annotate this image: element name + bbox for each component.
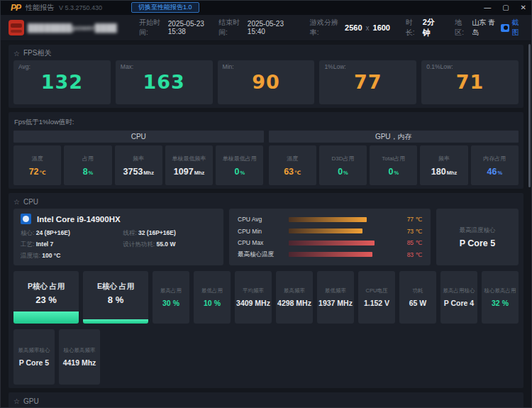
cpu-temp-row-hottest-core: 最高核心温度 83 ℃	[238, 250, 422, 259]
fps-section-title: FPS相关	[23, 48, 51, 58]
app-title: 性能报告	[26, 3, 54, 13]
start-time-label: 开始时间:	[139, 18, 165, 38]
hottest-core-value: P Core 5	[460, 238, 496, 248]
cpu-spec-process: 工艺: Intel 7	[21, 241, 118, 249]
stat-max-freq-core: 最高频率核心P Core 5	[13, 329, 55, 385]
cell-label: 频率	[438, 155, 450, 162]
ecore-usage-gauge: E核心 占用 8 %	[83, 271, 148, 324]
cell-value: 180Mhz	[431, 167, 457, 177]
fps-section-header: ☆ FPS相关	[13, 48, 519, 58]
game-logo	[9, 20, 24, 35]
cpu-spec-cores: 核心: 24 (8P+16E)	[21, 229, 118, 238]
stat-avg-freq: 平均频率3409 MHz	[235, 271, 272, 324]
stat-max-usage: 最高占用30 %	[153, 271, 189, 324]
cell-label: 温度	[32, 155, 43, 162]
gpu-low-cell-d3d: D3D占用 0%	[319, 145, 367, 185]
close-icon[interactable]: ✕	[521, 4, 526, 11]
cell-value: 46%	[487, 167, 503, 177]
cpu-stats-row2: 最高频率核心P Core 5 核心最高频率4419 Mhz	[13, 329, 519, 385]
fps-card-label: Avg:	[18, 63, 106, 70]
pcore-usage-gauge: P核心 占用 23 %	[13, 271, 79, 324]
cpu-section-header: ☆ CPU	[13, 197, 519, 206]
titlebar: PP 性能报告 V 5.3.2750.430 切换至性能报告1.0 — ▢ ✕	[0, 0, 532, 15]
cell-value: 0%	[235, 167, 245, 177]
maximize-icon[interactable]: ▢	[502, 4, 509, 11]
fps-card-value: 163	[121, 71, 208, 93]
cell-label: 温度	[287, 155, 298, 162]
resolution-width: 2560	[345, 23, 362, 32]
hottest-core-label: 最高温度核心	[460, 226, 496, 235]
fps-card-avg: Avg: 132	[13, 60, 111, 104]
cpu-low-cell-min-core-freq: 单核最低频率 1097Mhz	[165, 145, 213, 185]
cpu-spec-threads: 线程: 32 (16P+16E)	[123, 229, 216, 238]
cell-value: 0%	[338, 167, 348, 177]
cell-label: 占用	[82, 155, 94, 162]
resolution-x: x	[366, 24, 370, 32]
end-time-value: 2025-05-23 15:40	[248, 20, 294, 35]
cpu-low-cell-temp: 温度 72℃	[13, 145, 61, 185]
gpu-low-table: GPU，内存 温度 63℃ D3D占用 0% Total占用 0%	[269, 131, 519, 185]
cell-value: 0%	[388, 167, 399, 177]
fps-card-label: Min:	[223, 63, 310, 70]
cpu-stats-row: P核心 占用 23 % E核心 占用 8 % 最高占用30 % 最低占用10 %…	[13, 271, 519, 324]
cell-value: 1097Mhz	[174, 167, 204, 177]
cpu-spec-tjmax: 温度墙: 100 °C	[21, 252, 118, 260]
stat-min-usage: 最低占用10 %	[194, 271, 231, 324]
cell-value: 72℃	[29, 167, 46, 177]
stat-voltage: CPU电压1.152 V	[358, 271, 395, 324]
app-version: V 5.3.2750.430	[59, 4, 102, 11]
hottest-core-card: 最高温度核心 P Core 5	[436, 209, 519, 265]
window-controls: — ▢ ✕	[484, 4, 526, 11]
fps-card-value: 77	[324, 71, 411, 93]
stat-max-usage-core: 最高占用核心P Core 4	[440, 271, 477, 324]
gpu-low-cell-mem: 内存占用 46%	[471, 145, 519, 185]
cell-label: Total占用	[382, 155, 405, 162]
cpu-low-cell-usage: 占用 8%	[64, 145, 111, 185]
duration-value: 2分钟	[423, 17, 440, 38]
camera-icon	[501, 24, 509, 32]
cpu-temp-row-min: CPU Min 73 ℃	[238, 227, 422, 236]
cpu-spec-tdp: 设计热功耗: 55.0 W	[123, 241, 216, 249]
fps-card-1percent-low: 1%Low: 77	[319, 60, 416, 104]
cell-value: 63℃	[284, 167, 301, 177]
cpu-section-title: CPU	[23, 198, 38, 206]
cpu-low-cell-freq: 频率 3753Mhz	[115, 145, 162, 185]
fps-card-value: 71	[426, 71, 514, 93]
cell-label: 单核最低频率	[172, 155, 206, 162]
gpu-low-cell-total: Total占用 0%	[370, 145, 417, 185]
scrollbar-thumb[interactable]	[528, 44, 531, 187]
temp-bar	[289, 217, 367, 222]
game-title-blurred: ████████power████	[28, 23, 117, 32]
region-value: 山东 青岛	[472, 18, 497, 38]
cell-label: 内存占用	[483, 155, 506, 162]
performance-report-window: PP 性能报告 V 5.3.2750.430 切换至性能报告1.0 — ▢ ✕ …	[0, 0, 532, 408]
cpu-temp-row-max: CPU Max 85 ℃	[238, 238, 422, 247]
minimize-icon[interactable]: —	[484, 4, 491, 11]
gpu-low-table-header: GPU，内存	[269, 131, 519, 143]
resolution-label: 游戏分辨率:	[310, 18, 341, 38]
start-time-value: 2025-05-23 15:38	[168, 20, 215, 35]
report-content: ☆ FPS相关 Avg: 132 Max: 163 Min: 90 1%Low:	[0, 41, 532, 408]
stat-min-freq: 最低频率1937 MHz	[317, 271, 354, 324]
stat-max-freq: 最高频率4298 MHz	[276, 271, 313, 324]
intel-icon	[21, 214, 31, 224]
switch-report-version-button[interactable]: 切换至性能报告1.0	[131, 2, 199, 13]
report-header: ████████power████ 开始时间: 2025-05-23 15:38…	[0, 15, 532, 41]
low-fps-section-title: Fps低于1%low值时:	[14, 118, 519, 127]
cpu-name: Intel Core i9-14900HX	[37, 215, 121, 224]
app-logo: PP	[11, 3, 21, 13]
temp-bar	[289, 252, 372, 257]
cell-label: 单核最低占用	[223, 155, 257, 162]
gpu-low-cell-temp: 温度 63℃	[269, 145, 316, 185]
cell-value: 8%	[83, 167, 94, 177]
region-label: 地区:	[455, 18, 468, 38]
screenshot-button[interactable]: 截图	[501, 18, 523, 38]
stat-power: 功耗65 W	[399, 271, 436, 324]
fps-section: ☆ FPS相关 Avg: 132 Max: 163 Min: 90 1%Low:	[9, 45, 523, 108]
cpu-temp-row-avg: CPU Avg 77 ℃	[238, 215, 422, 224]
star-icon: ☆	[13, 397, 20, 405]
fps-card-value: 132	[18, 71, 106, 93]
temp-bar	[289, 228, 362, 233]
cpu-low-cell-min-core-usage: 单核最低占用 0%	[216, 145, 263, 185]
cpu-low-table-header: CPU	[13, 131, 264, 143]
